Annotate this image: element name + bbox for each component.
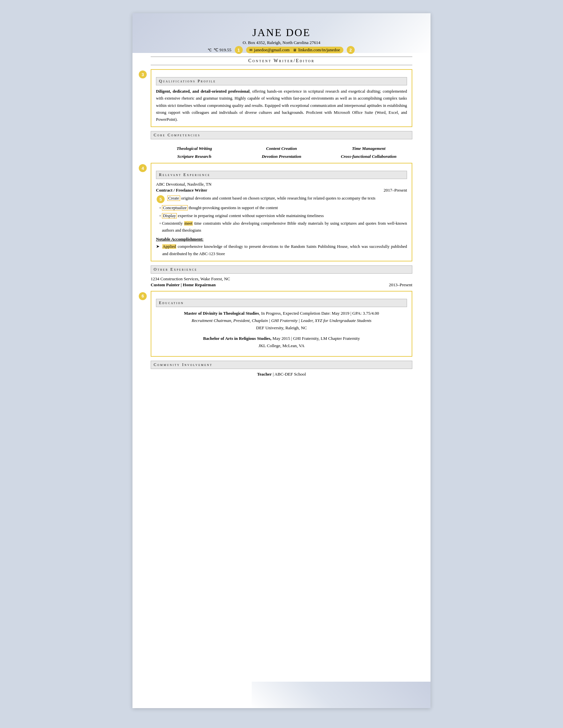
arrow-icon: ➤ (156, 243, 160, 257)
community-section: Community Involvement Teacher | ABC-DEF … (151, 361, 412, 377)
other-job-row: Custom Painter | Home Repairman 2013–Pre… (151, 282, 412, 288)
bullet-1: Create original devotions and content ba… (167, 195, 376, 202)
education-header: Education (156, 299, 407, 307)
badge-6: 6 (139, 292, 147, 300)
linkedin-url: linkedin.com/in/janedoe (299, 47, 340, 52)
email-address: janedoe@gmail.com (254, 47, 290, 52)
qualifications-header: Qualifications Profile (156, 77, 407, 85)
other-header: Other Experience (151, 265, 412, 274)
applied-highlight: Applied (162, 244, 176, 249)
phone-number: ℃ ℃ 919.55 (208, 47, 231, 53)
relevant-experience-section: 4 Relevant Experience ABC Devotional, Na… (151, 163, 412, 261)
qualifications-rest: , offering hands-on experience in script… (156, 89, 407, 122)
badge-2: 2 (347, 46, 355, 54)
relevant-header: Relevant Experience (156, 171, 407, 179)
comp-theological-writing: Theological Writing Scripture Research (151, 145, 238, 160)
bachelors-degree-line: Bachelor of Arts in Religious Studies, M… (156, 335, 407, 342)
other-job-title: Custom Painter | Home Repairman (151, 282, 215, 288)
core-header: Core Competencies (151, 131, 412, 139)
edu-masters: Master of Divinity in Theological Studie… (156, 310, 407, 332)
community-org: ABC-DEF School (274, 372, 306, 377)
notable-text: Applied comprehensive knowledge of theol… (162, 243, 407, 257)
conceptualize-highlight: Conceptualize (162, 205, 188, 210)
linkedin-icon: 🖥 (293, 48, 297, 52)
other-experience-section: Other Experience 1234 Construction Servi… (151, 265, 412, 288)
masters-degree-line: Master of Divinity in Theological Studie… (156, 310, 407, 317)
email-icon: ✉ (249, 48, 252, 52)
other-job-date: 2013–Present (389, 282, 412, 288)
bachelors-school: JKL College, McLean, VA (156, 342, 407, 349)
badge-5: 5 (157, 195, 164, 203)
qualifications-box: Qualifications Profile Diligent, dedicat… (151, 69, 412, 127)
masters-detail: , In Progress, Expected Completion Date:… (259, 311, 379, 316)
badge-3: 3 (139, 70, 147, 78)
community-line: Teacher | ABC-DEF School (151, 372, 412, 377)
competencies-grid: Theological Writing Scripture Research C… (151, 142, 412, 163)
other-company: 1234 Construction Services, Wake Forest,… (151, 276, 412, 282)
education-section: 6 Education Master of Divinity in Theolo… (151, 291, 412, 357)
candidate-name: Jane Doe (151, 26, 412, 39)
relevant-job-row: Contract / Freelance Writer 2017–Present (156, 188, 407, 193)
edu-bachelors: Bachelor of Arts in Religious Studies, M… (156, 335, 407, 349)
contact-row: ℃ ℃ 919.55 1 ✉ janedoe@gmail.com 🖥 linke… (151, 46, 412, 54)
qualifications-bold: Diligent, dedicated, and detail-oriented… (156, 89, 249, 94)
address-line: O. Box 4352, Raleigh, North Carolina 276… (151, 40, 412, 45)
email-linkedin-group: ✉ janedoe@gmail.com 🖥 linkedin.com/in/ja… (246, 47, 344, 53)
linkedin-entry: 🖥 linkedin.com/in/janedoe (293, 47, 340, 53)
comp-time-management: Time Management Cross-functional Collabo… (325, 145, 412, 160)
masters-school: DEF University, Raleigh, NC (156, 324, 407, 332)
display-highlight: Display (162, 213, 177, 218)
core-competencies-section: Core Competencies Theological Writing Sc… (151, 131, 412, 163)
badge-1: 1 (235, 46, 243, 54)
notable-label: Notable Accomplishment: (156, 237, 407, 242)
community-header: Community Involvement (151, 361, 412, 369)
phone-icon: ℃ (208, 48, 211, 52)
qualifications-text: Diligent, dedicated, and detail-oriented… (156, 88, 407, 123)
create-highlight: Create (167, 196, 180, 201)
job-title: Content Writer/Editor (151, 57, 412, 65)
comp-content-creation: Content Creation Devotion Presentation (238, 145, 325, 160)
experience-bullets: Conceptualize thought-provoking question… (162, 205, 407, 234)
email-entry: ✉ janedoe@gmail.com (249, 47, 290, 53)
community-role: Teacher (257, 372, 271, 377)
notable-bullet: ➤ Applied comprehensive knowledge of the… (156, 243, 407, 257)
qualifications-section: 3 Qualifications Profile Diligent, dedic… (151, 69, 412, 127)
bullet-3: Display expertise in preparing original … (162, 212, 407, 219)
masters-degree: Master of Divinity in Theological Studie… (184, 311, 259, 316)
badge-4: 4 (139, 164, 147, 172)
masters-line2: Recruitment Chairman, President, Chaplai… (156, 317, 407, 324)
bachelors-detail: May 2015 | GHI Fraternity, LM Chapter Fr… (271, 336, 360, 341)
relevant-company: ABC Devotional, Nashville, TN (156, 182, 407, 187)
relevant-job-date: 2017–Present (384, 188, 407, 193)
bullet-2: Conceptualize thought-provoking question… (162, 205, 407, 211)
bachelors-degree: Bachelor of Arts in Religious Studies, (203, 336, 271, 341)
bullet-4: Consistently meet time constraints while… (162, 220, 407, 234)
relevant-experience-box: Relevant Experience ABC Devotional, Nash… (151, 163, 412, 261)
resume-header: Jane Doe O. Box 4352, Raleigh, North Car… (151, 26, 412, 65)
education-box: Education Master of Divinity in Theologi… (151, 291, 412, 357)
meet-highlight: meet (184, 221, 193, 226)
relevant-job-title: Contract / Freelance Writer (156, 188, 207, 193)
